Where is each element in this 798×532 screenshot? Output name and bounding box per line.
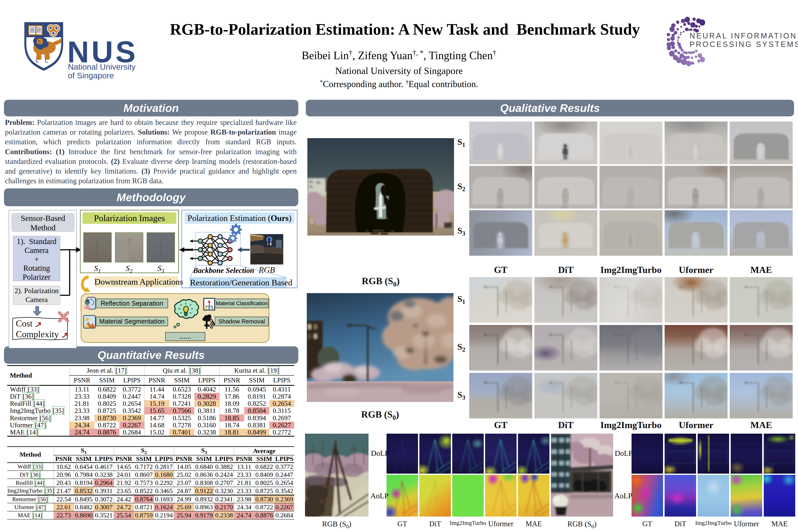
svg-text:NEURAL INFORMATION: NEURAL INFORMATION [689, 32, 797, 40]
svg-text:6: 6 [310, 217, 314, 225]
svg-text:of Singapore: of Singapore [68, 71, 114, 80]
svg-text:PROCESSING SYSTEMS: PROCESSING SYSTEMS [689, 40, 798, 49]
svg-text:National University: National University [68, 62, 136, 72]
